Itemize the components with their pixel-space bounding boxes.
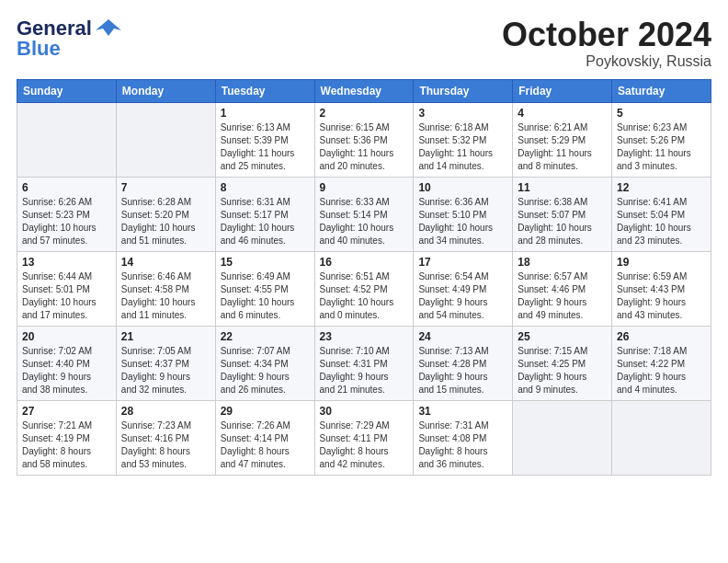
calendar-cell bbox=[17, 102, 117, 177]
weekday-header: Friday bbox=[513, 79, 612, 102]
day-info: Sunrise: 7:18 AMSunset: 4:22 PMDaylight:… bbox=[617, 345, 706, 396]
calendar-cell bbox=[513, 400, 612, 475]
day-number: 2 bbox=[320, 107, 409, 120]
calendar-cell: 15Sunrise: 6:49 AMSunset: 4:55 PMDayligh… bbox=[215, 251, 314, 326]
day-number: 7 bbox=[121, 181, 210, 194]
day-info: Sunrise: 6:36 AMSunset: 5:10 PMDaylight:… bbox=[418, 196, 507, 247]
calendar-body: 1Sunrise: 6:13 AMSunset: 5:39 PMDaylight… bbox=[17, 102, 711, 475]
calendar-cell: 19Sunrise: 6:59 AMSunset: 4:43 PMDayligh… bbox=[612, 251, 711, 326]
day-info: Sunrise: 7:10 AMSunset: 4:31 PMDaylight:… bbox=[320, 345, 409, 396]
day-info: Sunrise: 6:59 AMSunset: 4:43 PMDaylight:… bbox=[617, 270, 706, 322]
day-number: 22 bbox=[221, 330, 310, 343]
day-number: 31 bbox=[418, 405, 507, 418]
calendar-week-row: 6Sunrise: 6:26 AMSunset: 5:23 PMDaylight… bbox=[17, 177, 711, 251]
day-info: Sunrise: 6:49 AMSunset: 4:55 PMDaylight:… bbox=[221, 270, 310, 322]
day-number: 18 bbox=[518, 256, 607, 269]
day-info: Sunrise: 6:13 AMSunset: 5:39 PMDaylight:… bbox=[221, 121, 310, 173]
day-number: 24 bbox=[418, 330, 507, 343]
calendar-cell: 23Sunrise: 7:10 AMSunset: 4:31 PMDayligh… bbox=[314, 326, 414, 400]
day-info: Sunrise: 7:07 AMSunset: 4:34 PMDaylight:… bbox=[221, 345, 310, 396]
calendar-cell: 9Sunrise: 6:33 AMSunset: 5:14 PMDaylight… bbox=[314, 177, 414, 251]
day-number: 4 bbox=[518, 107, 607, 120]
calendar-table: SundayMondayTuesdayWednesdayThursdayFrid… bbox=[17, 79, 711, 476]
calendar-cell: 13Sunrise: 6:44 AMSunset: 5:01 PMDayligh… bbox=[17, 251, 117, 326]
svg-marker-0 bbox=[96, 19, 121, 36]
calendar-cell: 17Sunrise: 6:54 AMSunset: 4:49 PMDayligh… bbox=[414, 251, 513, 326]
day-number: 6 bbox=[22, 181, 111, 194]
day-info: Sunrise: 6:41 AMSunset: 5:04 PMDaylight:… bbox=[617, 196, 706, 247]
day-info: Sunrise: 6:46 AMSunset: 4:58 PMDaylight:… bbox=[121, 270, 210, 322]
day-info: Sunrise: 6:18 AMSunset: 5:32 PMDaylight:… bbox=[418, 121, 507, 173]
day-info: Sunrise: 7:29 AMSunset: 4:11 PMDaylight:… bbox=[320, 419, 409, 471]
calendar-week-row: 20Sunrise: 7:02 AMSunset: 4:40 PMDayligh… bbox=[17, 326, 711, 400]
day-number: 13 bbox=[22, 256, 111, 269]
day-info: Sunrise: 7:23 AMSunset: 4:16 PMDaylight:… bbox=[121, 419, 210, 471]
weekday-header: Saturday bbox=[612, 79, 711, 102]
calendar-cell: 3Sunrise: 6:18 AMSunset: 5:32 PMDaylight… bbox=[414, 102, 513, 177]
day-info: Sunrise: 6:33 AMSunset: 5:14 PMDaylight:… bbox=[320, 196, 409, 247]
day-info: Sunrise: 7:15 AMSunset: 4:25 PMDaylight:… bbox=[518, 345, 607, 396]
weekday-header: Sunday bbox=[17, 79, 117, 102]
day-info: Sunrise: 7:31 AMSunset: 4:08 PMDaylight:… bbox=[418, 419, 507, 471]
calendar-cell bbox=[116, 102, 215, 177]
day-number: 29 bbox=[221, 405, 310, 418]
day-number: 15 bbox=[221, 256, 310, 269]
weekday-header: Thursday bbox=[414, 79, 513, 102]
day-number: 9 bbox=[320, 181, 409, 194]
header: General Blue October 2024 Poykovskiy, Ru… bbox=[17, 17, 711, 70]
day-number: 3 bbox=[418, 107, 507, 120]
calendar-cell: 22Sunrise: 7:07 AMSunset: 4:34 PMDayligh… bbox=[215, 326, 314, 400]
day-number: 19 bbox=[617, 256, 706, 269]
calendar-cell: 7Sunrise: 6:28 AMSunset: 5:20 PMDaylight… bbox=[116, 177, 215, 251]
day-number: 28 bbox=[121, 405, 210, 418]
day-info: Sunrise: 6:44 AMSunset: 5:01 PMDaylight:… bbox=[22, 270, 111, 322]
calendar-cell: 8Sunrise: 6:31 AMSunset: 5:17 PMDaylight… bbox=[215, 177, 314, 251]
day-info: Sunrise: 7:05 AMSunset: 4:37 PMDaylight:… bbox=[121, 345, 210, 396]
calendar-header: SundayMondayTuesdayWednesdayThursdayFrid… bbox=[17, 79, 711, 102]
day-info: Sunrise: 6:21 AMSunset: 5:29 PMDaylight:… bbox=[518, 121, 607, 173]
weekday-header: Tuesday bbox=[215, 79, 314, 102]
calendar-cell: 10Sunrise: 6:36 AMSunset: 5:10 PMDayligh… bbox=[414, 177, 513, 251]
logo-bird-icon bbox=[96, 17, 121, 40]
calendar-cell: 30Sunrise: 7:29 AMSunset: 4:11 PMDayligh… bbox=[314, 400, 414, 475]
day-number: 8 bbox=[221, 181, 310, 194]
calendar-cell: 21Sunrise: 7:05 AMSunset: 4:37 PMDayligh… bbox=[116, 326, 215, 400]
day-number: 10 bbox=[418, 181, 507, 194]
day-number: 23 bbox=[320, 330, 409, 343]
day-number: 21 bbox=[121, 330, 210, 343]
page: General Blue October 2024 Poykovskiy, Ru… bbox=[0, 0, 728, 563]
calendar-week-row: 27Sunrise: 7:21 AMSunset: 4:19 PMDayligh… bbox=[17, 400, 711, 475]
calendar-cell: 25Sunrise: 7:15 AMSunset: 4:25 PMDayligh… bbox=[513, 326, 612, 400]
day-number: 16 bbox=[320, 256, 409, 269]
calendar-cell: 24Sunrise: 7:13 AMSunset: 4:28 PMDayligh… bbox=[414, 326, 513, 400]
calendar-cell bbox=[612, 400, 711, 475]
calendar-cell: 4Sunrise: 6:21 AMSunset: 5:29 PMDaylight… bbox=[513, 102, 612, 177]
calendar-cell: 20Sunrise: 7:02 AMSunset: 4:40 PMDayligh… bbox=[17, 326, 117, 400]
calendar-cell: 18Sunrise: 6:57 AMSunset: 4:46 PMDayligh… bbox=[513, 251, 612, 326]
day-info: Sunrise: 6:38 AMSunset: 5:07 PMDaylight:… bbox=[518, 196, 607, 247]
day-info: Sunrise: 7:02 AMSunset: 4:40 PMDaylight:… bbox=[22, 345, 111, 396]
title-block: October 2024 Poykovskiy, Russia bbox=[502, 17, 711, 70]
calendar-cell: 1Sunrise: 6:13 AMSunset: 5:39 PMDaylight… bbox=[215, 102, 314, 177]
day-number: 20 bbox=[22, 330, 111, 343]
calendar-cell: 5Sunrise: 6:23 AMSunset: 5:26 PMDaylight… bbox=[612, 102, 711, 177]
calendar-cell: 27Sunrise: 7:21 AMSunset: 4:19 PMDayligh… bbox=[17, 400, 117, 475]
calendar-cell: 2Sunrise: 6:15 AMSunset: 5:36 PMDaylight… bbox=[314, 102, 414, 177]
day-info: Sunrise: 7:13 AMSunset: 4:28 PMDaylight:… bbox=[418, 345, 507, 396]
logo: General Blue bbox=[17, 17, 121, 61]
calendar-cell: 14Sunrise: 6:46 AMSunset: 4:58 PMDayligh… bbox=[116, 251, 215, 326]
location: Poykovskiy, Russia bbox=[502, 53, 711, 70]
weekday-header: Monday bbox=[116, 79, 215, 102]
day-info: Sunrise: 7:26 AMSunset: 4:14 PMDaylight:… bbox=[221, 419, 310, 471]
calendar-cell: 11Sunrise: 6:38 AMSunset: 5:07 PMDayligh… bbox=[513, 177, 612, 251]
calendar-cell: 16Sunrise: 6:51 AMSunset: 4:52 PMDayligh… bbox=[314, 251, 414, 326]
calendar-cell: 6Sunrise: 6:26 AMSunset: 5:23 PMDaylight… bbox=[17, 177, 117, 251]
day-info: Sunrise: 6:23 AMSunset: 5:26 PMDaylight:… bbox=[617, 121, 706, 173]
day-info: Sunrise: 6:15 AMSunset: 5:36 PMDaylight:… bbox=[320, 121, 409, 173]
weekday-row: SundayMondayTuesdayWednesdayThursdayFrid… bbox=[17, 79, 711, 102]
day-info: Sunrise: 6:54 AMSunset: 4:49 PMDaylight:… bbox=[418, 270, 507, 322]
calendar-week-row: 13Sunrise: 6:44 AMSunset: 5:01 PMDayligh… bbox=[17, 251, 711, 326]
day-number: 11 bbox=[518, 181, 607, 194]
weekday-header: Wednesday bbox=[314, 79, 414, 102]
month-title: October 2024 bbox=[502, 17, 711, 53]
